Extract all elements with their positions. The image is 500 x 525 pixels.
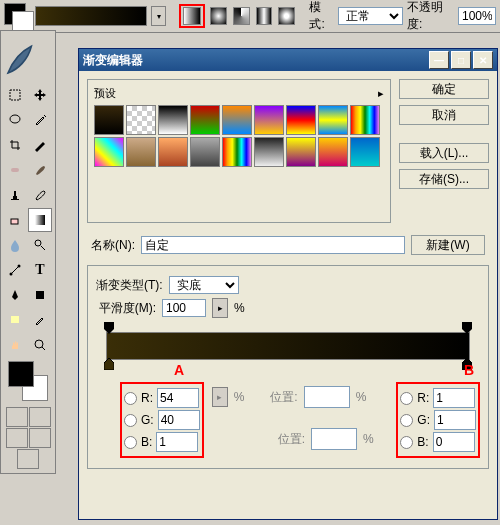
preset-3[interactable] (190, 105, 220, 135)
pos-input-1[interactable] (304, 386, 350, 408)
input-a-g[interactable] (158, 410, 200, 430)
preset-10[interactable] (126, 137, 156, 167)
gradient-type-linear[interactable] (183, 7, 201, 25)
tool-crop[interactable] (3, 133, 27, 157)
tool-history-brush[interactable] (28, 183, 52, 207)
type-select[interactable]: 实底 (169, 276, 239, 294)
tool-dodge[interactable] (28, 233, 52, 257)
presets-menu-icon[interactable]: ▸ (378, 87, 384, 100)
label-a-g: G: (141, 413, 154, 427)
radio-b-b[interactable] (400, 436, 413, 449)
tool-type[interactable]: T (28, 258, 52, 282)
tool-wand[interactable] (28, 108, 52, 132)
preset-12[interactable] (190, 137, 220, 167)
gradient-type-angle[interactable] (233, 7, 250, 25)
preset-14[interactable] (254, 137, 284, 167)
preset-17[interactable] (350, 137, 380, 167)
quickmask-std[interactable] (6, 407, 28, 427)
radio-a-b[interactable] (124, 436, 137, 449)
minimize-button[interactable]: — (429, 51, 449, 69)
preset-13[interactable] (222, 137, 252, 167)
svg-rect-9 (11, 316, 19, 323)
preset-15[interactable] (286, 137, 316, 167)
svg-point-6 (10, 273, 13, 276)
preset-11[interactable] (158, 137, 188, 167)
preset-7[interactable] (318, 105, 348, 135)
gradient-type-reflected[interactable] (256, 7, 273, 25)
options-bar: ▾ 模式: 正常 不透明度: (0, 0, 500, 33)
gradient-type-radial[interactable] (210, 7, 227, 25)
tool-hand[interactable] (3, 333, 27, 357)
opacity-input[interactable] (458, 7, 496, 25)
preset-1[interactable] (126, 105, 156, 135)
mode-label: 模式: (309, 0, 334, 33)
opacity-stop-right[interactable] (462, 322, 472, 334)
tool-shape[interactable] (28, 283, 52, 307)
tool-lasso[interactable] (3, 108, 27, 132)
new-button[interactable]: 新建(W) (411, 235, 485, 255)
maximize-button[interactable]: □ (451, 51, 471, 69)
radio-b-g[interactable] (400, 414, 413, 427)
tool-preset[interactable] (4, 3, 31, 29)
tool-gradient[interactable] (28, 208, 52, 232)
save-button[interactable]: 存储(S)... (399, 169, 489, 189)
name-input[interactable] (141, 236, 405, 254)
tool-eraser[interactable] (3, 208, 27, 232)
dialog-titlebar[interactable]: 渐变编辑器 — □ ✕ (79, 49, 497, 71)
preset-5[interactable] (254, 105, 284, 135)
presets-grid (94, 105, 384, 167)
load-button[interactable]: 载入(L)... (399, 143, 489, 163)
preset-8[interactable] (350, 105, 380, 135)
color-swatches[interactable] (8, 361, 48, 401)
opacity-stop-left[interactable] (104, 322, 114, 334)
radio-a-r[interactable] (124, 392, 137, 405)
color-picker-a[interactable]: ▸ (212, 387, 228, 407)
tool-path[interactable] (3, 258, 27, 282)
label-a-r: R: (141, 391, 153, 405)
radio-b-r[interactable] (400, 392, 413, 405)
preset-0[interactable] (94, 105, 124, 135)
smooth-input[interactable] (162, 299, 206, 317)
tool-zoom[interactable] (28, 333, 52, 357)
svg-rect-0 (10, 90, 20, 100)
gradient-type-diamond[interactable] (278, 7, 295, 25)
input-a-b[interactable] (156, 432, 198, 452)
tool-marquee[interactable] (3, 83, 27, 107)
pos-input-2[interactable] (311, 428, 357, 450)
tool-stamp[interactable] (3, 183, 27, 207)
ok-button[interactable]: 确定 (399, 79, 489, 99)
mode-select[interactable]: 正常 (338, 7, 403, 25)
svg-point-7 (18, 265, 21, 268)
close-button[interactable]: ✕ (473, 51, 493, 69)
tool-notes[interactable] (3, 308, 27, 332)
input-a-r[interactable] (157, 388, 199, 408)
screenmode-2[interactable] (29, 428, 51, 448)
preset-6[interactable] (286, 105, 316, 135)
gradient-editor-dialog: 渐变编辑器 — □ ✕ 预设▸ (78, 48, 498, 520)
screenmode-3[interactable] (17, 449, 39, 469)
smooth-dropdown[interactable]: ▸ (212, 298, 228, 318)
preset-16[interactable] (318, 137, 348, 167)
preset-4[interactable] (222, 105, 252, 135)
tool-heal[interactable] (3, 158, 27, 182)
gradient-bar[interactable] (106, 332, 470, 360)
input-b-b[interactable] (433, 432, 475, 452)
input-b-g[interactable] (434, 410, 476, 430)
tool-eyedropper[interactable] (28, 308, 52, 332)
gradient-picker-dropdown[interactable]: ▾ (151, 6, 166, 26)
screenmode-1[interactable] (6, 428, 28, 448)
preset-2[interactable] (158, 105, 188, 135)
cancel-button[interactable]: 取消 (399, 105, 489, 125)
tool-move[interactable] (28, 83, 52, 107)
radio-a-g[interactable] (124, 414, 137, 427)
input-b-r[interactable] (433, 388, 475, 408)
quickmask-on[interactable] (29, 407, 51, 427)
tool-brush[interactable] (28, 158, 52, 182)
color-stop-left[interactable] (104, 358, 114, 370)
tool-blur[interactable] (3, 233, 27, 257)
tool-pen[interactable] (3, 283, 27, 307)
gradient-preview[interactable] (35, 6, 147, 26)
preset-9[interactable] (94, 137, 124, 167)
svg-rect-2 (11, 168, 19, 172)
tool-slice[interactable] (28, 133, 52, 157)
